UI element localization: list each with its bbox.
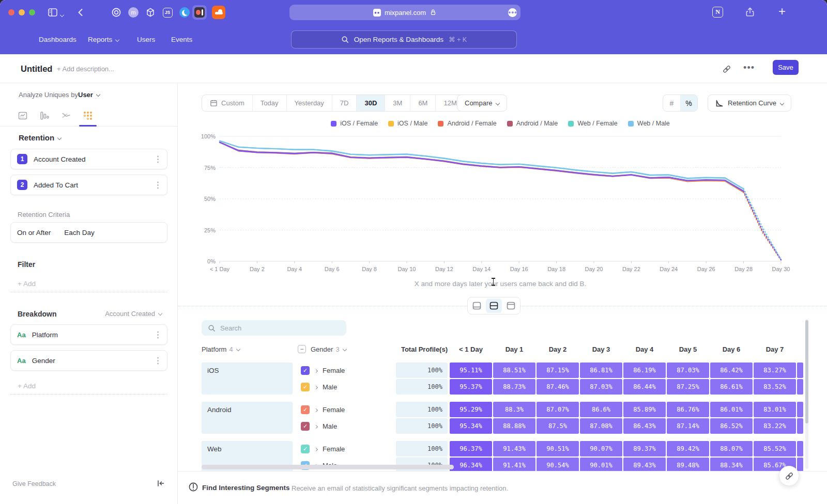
retention-cell[interactable]: 88.34%	[710, 458, 753, 471]
layout-split-button[interactable]	[486, 298, 502, 313]
step-menu-icon[interactable]	[157, 159, 159, 160]
day-column-header[interactable]: Day 1	[493, 340, 535, 358]
tab-retention-icon[interactable]	[83, 111, 93, 121]
extension-m-avatar-icon[interactable]: m	[128, 7, 139, 18]
retention-cell[interactable]: 85.52%	[754, 441, 796, 456]
expand-row-icon[interactable]	[315, 446, 317, 452]
retention-cell[interactable]: 96.37%	[450, 441, 492, 456]
notion-extension-icon[interactable]: N	[712, 7, 723, 18]
collapse-sidebar-icon[interactable]	[156, 479, 165, 488]
extension-soundcloud-icon[interactable]	[212, 6, 225, 19]
maximize-window-button[interactable]	[29, 9, 35, 15]
breakdown-menu-icon[interactable]	[157, 360, 159, 361]
retention-cell[interactable]: 89.43%	[623, 458, 666, 471]
series-checkbox[interactable]: ✓	[301, 422, 310, 431]
retention-cell[interactable]: 96.34%	[450, 458, 492, 471]
day-column-header[interactable]: Day 5	[667, 340, 709, 358]
address-bar-more-icon[interactable]: ●●●	[508, 8, 517, 17]
retention-cell[interactable]: 86.6%	[580, 402, 622, 417]
retention-cell[interactable]: 95.29%	[450, 402, 492, 417]
expand-row-icon[interactable]	[315, 368, 317, 373]
retention-cell[interactable]: 89.48%	[667, 458, 709, 471]
mode-count[interactable]: #	[663, 95, 680, 111]
indeterminate-checkbox[interactable]: −	[298, 345, 306, 353]
range-custom[interactable]: Custom	[202, 95, 253, 111]
retention-cell[interactable]: 89.42%	[667, 441, 709, 456]
retention-cell[interactable]: 87.03%	[580, 379, 622, 395]
save-button[interactable]: Save	[773, 60, 799, 75]
breakdown-item-platform[interactable]: Aa Platform	[10, 324, 167, 345]
mode-percent[interactable]: %	[680, 95, 697, 111]
retention-cell[interactable]: 87.46%	[537, 379, 579, 395]
table-vertical-scrollbar[interactable]	[805, 319, 808, 469]
range-6m[interactable]: 6M	[410, 95, 436, 111]
series-checkbox[interactable]: ✓	[301, 405, 310, 414]
retention-curve-chart[interactable]: 100%75%50%25%0%< 1 DayDay 2Day 4Day 6Day…	[198, 132, 808, 281]
retention-cell[interactable]: 86.19%	[623, 363, 666, 378]
retention-cell[interactable]: 86.43%	[623, 418, 666, 434]
retention-cell[interactable]: 88.73%	[493, 379, 535, 395]
breakdown-add-button[interactable]: + Add	[10, 378, 167, 395]
retention-step-2[interactable]: 2 Added To Cart	[10, 175, 167, 195]
close-window-button[interactable]	[8, 9, 14, 15]
platform-column-header[interactable]: Platform4	[202, 340, 240, 358]
more-options-icon[interactable]: •••	[743, 62, 755, 73]
retention-cell[interactable]: 95.11%	[450, 363, 492, 378]
legend-item[interactable]: Android / Female	[438, 120, 496, 127]
range-3m[interactable]: 3M	[385, 95, 410, 111]
retention-cell[interactable]: 83.27%	[754, 363, 796, 378]
add-description[interactable]: + Add description...	[57, 65, 114, 73]
analyze-uniques-value[interactable]: User	[78, 91, 100, 99]
extension-bird-icon[interactable]	[179, 7, 190, 18]
table-search-input[interactable]	[220, 324, 334, 332]
retention-cell[interactable]: 90.01%	[580, 458, 622, 471]
retention-step-1[interactable]: 1 Account Created	[10, 149, 167, 169]
legend-item[interactable]: Android / Male	[507, 120, 558, 127]
range-today[interactable]: Today	[253, 95, 287, 111]
table-horizontal-scrollbar[interactable]	[202, 465, 454, 469]
retention-cell[interactable]: 90.07%	[580, 441, 622, 456]
extension-cube-icon[interactable]	[145, 7, 156, 18]
nav-users[interactable]: Users	[137, 25, 155, 54]
copy-link-icon[interactable]	[722, 65, 731, 74]
day-column-header[interactable]: Day 4	[623, 340, 666, 358]
retention-cell[interactable]: 88.51%	[493, 363, 535, 378]
new-tab-icon[interactable]: +	[778, 4, 786, 19]
extension-recorder-icon[interactable]	[192, 5, 207, 20]
series-checkbox[interactable]: ✓	[301, 445, 310, 453]
retention-cell[interactable]: 87.25%	[667, 379, 709, 395]
retention-cell[interactable]: 86.61%	[710, 379, 753, 395]
retention-cell[interactable]: 86.76%	[667, 402, 709, 417]
nav-dashboards[interactable]: Dashboards	[39, 25, 76, 54]
day-column-header[interactable]: Day 3	[580, 340, 622, 358]
retention-section-heading[interactable]: Retention	[19, 133, 61, 142]
legend-item[interactable]: iOS / Female	[331, 120, 378, 127]
tab-insights-icon[interactable]	[18, 111, 28, 121]
nav-reports[interactable]: Reports	[88, 25, 119, 54]
retention-cell[interactable]: 86.44%	[623, 379, 666, 395]
retention-cell[interactable]: 87.15%	[537, 363, 579, 378]
range-yesterday[interactable]: Yesterday	[287, 95, 332, 111]
range-30d[interactable]: 30D	[357, 95, 385, 111]
extension-js-icon[interactable]: JS	[162, 7, 173, 18]
share-icon[interactable]	[744, 6, 756, 18]
minimize-window-button[interactable]	[19, 9, 25, 15]
retention-cell[interactable]: 95.37%	[450, 379, 492, 395]
extension-target-icon[interactable]	[111, 7, 122, 18]
chart-type-dropdown[interactable]: Retention Curve	[708, 94, 791, 112]
breakdown-item-gender[interactable]: Aa Gender	[10, 350, 167, 371]
gender-column-header[interactable]: −Gender3	[298, 340, 346, 358]
retention-cell[interactable]: 91.41%	[493, 458, 535, 471]
layout-table-only-button[interactable]	[503, 298, 519, 313]
day-column-header[interactable]: Day 6	[710, 340, 753, 358]
retention-cell[interactable]: 87.08%	[580, 418, 622, 434]
retention-cell[interactable]: 91.43%	[493, 441, 535, 456]
address-bar[interactable]: ●● mixpanel.com ●●●	[289, 5, 520, 20]
browser-sidebar-icon[interactable]	[48, 7, 58, 18]
retention-cell[interactable]: 83.52%	[754, 379, 796, 395]
step-menu-icon[interactable]	[157, 184, 159, 186]
give-feedback-link[interactable]: Give Feedback	[12, 480, 56, 487]
retention-cell[interactable]: 87.03%	[667, 363, 709, 378]
nav-events[interactable]: Events	[171, 25, 192, 54]
breakdown-scope-dropdown[interactable]: Account Created	[105, 310, 162, 318]
